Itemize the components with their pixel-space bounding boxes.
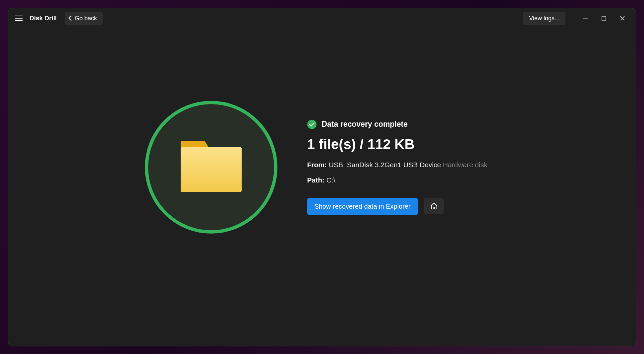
action-row: Show recovered data in Explorer [307,198,499,215]
hamburger-icon [15,16,23,21]
minimize-icon [583,16,588,21]
svg-rect-1 [15,18,23,19]
check-icon [309,122,315,126]
status-row: Data recovery complete [307,120,499,129]
go-back-button[interactable]: Go back [65,12,103,25]
back-label: Go back [75,15,97,22]
path-label: Path: [307,176,326,184]
path-row: Path: C:\ [307,176,499,184]
status-text: Data recovery complete [322,120,408,129]
minimize-button[interactable] [576,12,595,25]
menu-button[interactable] [12,12,26,25]
svg-rect-4 [602,16,606,20]
view-logs-button[interactable]: View logs... [523,12,565,25]
maximize-button[interactable] [595,12,613,25]
app-title: Disk Drill [29,15,57,22]
main-content: Data recovery complete 1 file(s) / 112 K… [8,28,636,346]
maximize-icon [602,16,606,21]
result-headline: 1 file(s) / 112 KB [307,136,499,152]
from-label: From: [307,161,329,169]
chevron-left-icon [69,16,72,21]
path-value: C:\ [326,176,335,184]
close-button[interactable] [613,12,632,25]
from-interface: USB [329,161,343,169]
svg-rect-2 [15,20,23,21]
svg-rect-3 [583,18,588,19]
from-type: Hardware disk [443,161,487,169]
from-device: SanDisk 3.2Gen1 USB Device [347,161,441,169]
success-badge [307,120,317,129]
from-row: From: USB SanDisk 3.2Gen1 USB Device Har… [307,161,499,169]
svg-rect-6 [181,147,242,192]
close-icon [620,16,625,21]
show-in-explorer-button[interactable]: Show recovered data in Explorer [307,198,418,215]
svg-rect-0 [15,16,23,16]
titlebar: Disk Drill Go back View logs... [8,8,636,28]
home-button[interactable] [424,198,444,214]
app-window: Disk Drill Go back View logs... [8,8,636,346]
folder-icon [178,141,244,194]
hero-circle [145,101,277,234]
window-controls [576,12,632,25]
home-icon [430,202,438,210]
info-column: Data recovery complete 1 file(s) / 112 K… [307,120,499,215]
